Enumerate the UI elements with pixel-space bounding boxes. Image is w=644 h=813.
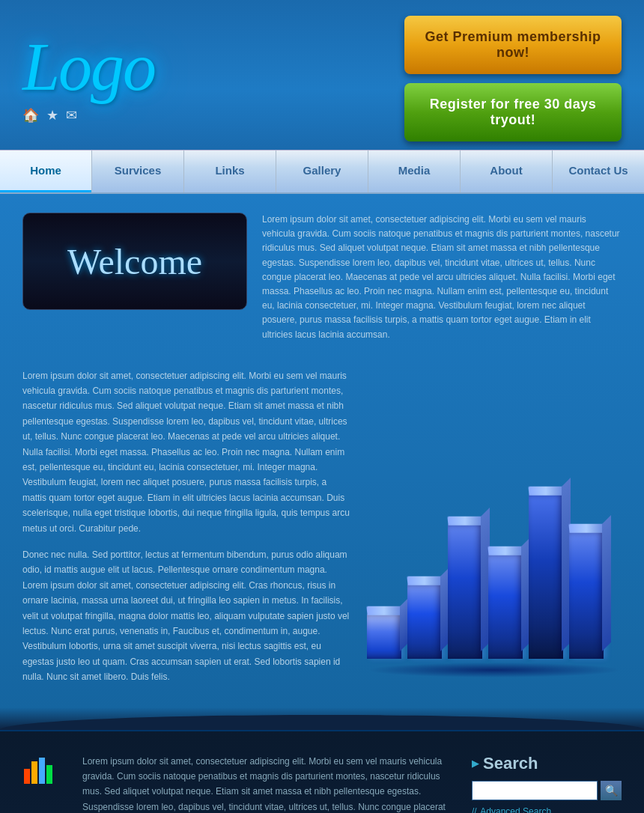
footer-icon-col: [22, 754, 60, 814]
search-slashes: //: [472, 806, 477, 814]
nav-item-survices[interactable]: Survices: [92, 150, 184, 192]
main-content: Welcome Lorem ipsum dolor sit amet, cons…: [0, 194, 644, 707]
search-icon: 🔍: [605, 785, 618, 797]
bar-2: [448, 449, 482, 659]
body-text: Lorem ipsum dolor sit amet, consectetuer…: [22, 368, 352, 685]
footer-bars-svg: [22, 754, 52, 784]
nav-item-media[interactable]: Media: [368, 150, 461, 192]
header-icons: 🏠 ★ ✉: [22, 107, 307, 124]
nav-link-about[interactable]: About: [461, 150, 552, 190]
search-button[interactable]: 🔍: [601, 781, 622, 800]
nav-item-about[interactable]: About: [461, 150, 553, 192]
bar-1: [407, 449, 442, 659]
body-paragraph-2: Donec nec nulla. Sed porttitor, lectus a…: [22, 547, 352, 685]
mail-icon[interactable]: ✉: [66, 107, 77, 124]
nav-link-contact[interactable]: Contact Us: [553, 150, 644, 190]
footer-search-col: Search 🔍 // Advanced Search: [472, 754, 622, 814]
bar-chart: [367, 449, 622, 659]
welcome-cursive: Welcome: [67, 241, 202, 282]
bar-0: [367, 449, 401, 659]
cta-area: Get Premium membership now! Register for…: [404, 16, 622, 141]
nav-item-home[interactable]: Home: [0, 150, 92, 192]
welcome-description: Lorem ipsum dolor sit amet, consectetuer…: [262, 213, 622, 342]
nav-link-links[interactable]: Links: [184, 150, 276, 190]
chart-shadow: [367, 663, 622, 678]
search-title: Search: [472, 754, 622, 773]
search-input[interactable]: [472, 781, 598, 800]
svg-rect-0: [24, 769, 30, 784]
nav-item-links[interactable]: Links: [184, 150, 276, 192]
advanced-search-wrapper: // Advanced Search: [472, 806, 622, 814]
nav-link-home[interactable]: Home: [0, 150, 91, 192]
footer-chart-icon: [22, 754, 60, 791]
nav-item-gallery[interactable]: Gallery: [276, 150, 368, 192]
welcome-section: Welcome Lorem ipsum dolor sit amet, cons…: [0, 194, 644, 361]
navigation: Home Survices Links Gallery Media About …: [0, 150, 644, 194]
svg-rect-1: [31, 761, 37, 784]
footer-content: Lorem ipsum dolor sit amet, consectetuer…: [22, 754, 622, 814]
svg-rect-2: [39, 758, 45, 784]
welcome-box: Welcome: [22, 213, 247, 310]
logo-area: Logo 🏠 ★ ✉: [22, 34, 307, 124]
bar-5: [569, 449, 604, 659]
chart-platform: [367, 449, 622, 678]
advanced-search-link[interactable]: Advanced Search: [480, 806, 551, 814]
footer-paragraph-1: Lorem ipsum dolor sit amet, consectetuer…: [82, 754, 449, 814]
body-paragraph-1: Lorem ipsum dolor sit amet, consectetuer…: [22, 368, 352, 536]
nav-link-survices[interactable]: Survices: [92, 150, 183, 190]
search-box: 🔍: [472, 781, 622, 800]
content-section: Lorem ipsum dolor sit amet, consectetuer…: [0, 361, 644, 707]
footer-text-col: Lorem ipsum dolor sit amet, consectetuer…: [82, 754, 449, 814]
nav-link-gallery[interactable]: Gallery: [276, 150, 368, 190]
search-title-text: Search: [483, 754, 538, 773]
home-icon[interactable]: 🏠: [22, 107, 39, 124]
footer: Lorem ipsum dolor sit amet, consectetuer…: [0, 730, 644, 814]
nav-link-media[interactable]: Media: [368, 150, 460, 190]
chart-area: [367, 368, 622, 685]
register-button[interactable]: Register for free 30 days tryout!: [404, 83, 622, 141]
star-icon[interactable]: ★: [46, 107, 58, 124]
nav-item-contact[interactable]: Contact Us: [553, 150, 644, 192]
bar-3: [488, 449, 523, 659]
premium-button[interactable]: Get Premium membership now!: [404, 16, 622, 74]
header: Logo 🏠 ★ ✉ Get Premium membership now! R…: [0, 0, 644, 150]
svg-rect-3: [46, 765, 52, 784]
bar-4: [529, 449, 563, 659]
logo: Logo: [22, 34, 307, 101]
wave-divider: [0, 707, 644, 730]
